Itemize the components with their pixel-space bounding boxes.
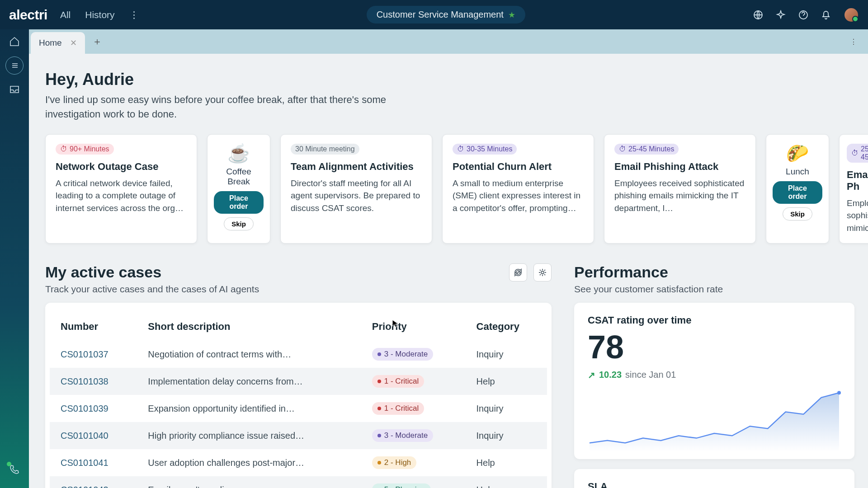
- phone-icon[interactable]: [9, 464, 20, 477]
- settings-button[interactable]: [533, 263, 552, 282]
- star-icon[interactable]: ★: [508, 10, 515, 20]
- csat-value: 78: [588, 331, 841, 363]
- help-icon[interactable]: [798, 10, 808, 20]
- case-link[interactable]: CS0101038: [61, 376, 108, 386]
- case-link[interactable]: CS0101041: [61, 458, 108, 468]
- duration-badge: ⏱25-45 Minutes: [614, 144, 679, 155]
- csat-card-title: CSAT rating over time: [588, 314, 841, 326]
- table-row[interactable]: CS0101041 User adoption challenges post-…: [50, 449, 547, 476]
- task-card[interactable]: ⏱25-45 Minutes Email Phishing Attack Emp…: [604, 134, 756, 244]
- priority-badge: 1 - Critical: [372, 402, 425, 415]
- task-card[interactable]: ⏱30-35 Minutes Potential Churn Alert A s…: [442, 134, 594, 244]
- active-cases-title: My active cases: [45, 263, 259, 281]
- workspace-pill[interactable]: Customer Service Management ★: [367, 6, 525, 23]
- user-avatar[interactable]: [844, 7, 859, 23]
- case-link[interactable]: CS0101039: [61, 404, 108, 413]
- performance-title: Performance: [574, 263, 723, 281]
- col-desc[interactable]: Short description: [137, 314, 361, 341]
- col-priority[interactable]: Priority: [361, 314, 466, 341]
- new-tab-button[interactable]: ＋: [92, 35, 102, 48]
- break-card: ☕ Coffee Break Place order Skip: [207, 134, 270, 244]
- card-desc: Director's staff meeting for all AI agen…: [291, 177, 422, 215]
- card-title: Team Alignment Activities: [291, 161, 422, 173]
- break-label: Coffee Break: [214, 167, 264, 187]
- csat-delta: 10.23: [599, 370, 622, 380]
- brand-logo[interactable]: alectri: [9, 7, 47, 23]
- card-title: Email Ph: [847, 169, 868, 192]
- place-order-button[interactable]: Place order: [214, 191, 264, 214]
- case-category: Help: [466, 368, 547, 395]
- col-number[interactable]: Number: [50, 314, 137, 341]
- tab-label: Home: [39, 38, 62, 48]
- clock-icon: ⏱: [619, 145, 626, 153]
- card-desc: Employees received sophisticated phishin…: [614, 177, 745, 215]
- case-desc: Negotiation of contract terms with…: [137, 341, 361, 368]
- card-title: Network Outage Case: [56, 161, 187, 173]
- refresh-button[interactable]: [509, 263, 527, 282]
- case-desc: Implementation delay concerns from…: [137, 368, 361, 395]
- case-desc: Expansion opportunity identified in…: [137, 395, 361, 422]
- performance-subtitle: See your customer satisfaction rate: [574, 284, 723, 295]
- tab-home[interactable]: Home ✕: [31, 32, 85, 54]
- csat-since: since Jan 01: [625, 370, 676, 380]
- svg-point-2: [541, 271, 544, 274]
- priority-badge: 2 - High: [372, 456, 417, 469]
- active-cases-subtitle: Track your active cases and the cases of…: [45, 284, 259, 295]
- duration-badge: ⏱25-45: [847, 144, 868, 163]
- task-card[interactable]: ⏱90+ Minutes Network Outage Case A criti…: [45, 134, 197, 244]
- table-row[interactable]: CS0101038 Implementation delay concerns …: [50, 368, 547, 395]
- card-desc: A critical network device failed, leadin…: [56, 177, 187, 215]
- task-card[interactable]: 30 Minute meeting Team Alignment Activit…: [280, 134, 432, 244]
- priority-badge: 3 - Moderate: [372, 348, 433, 361]
- nav-history[interactable]: History: [85, 9, 114, 20]
- case-link[interactable]: CS0101037: [61, 349, 108, 359]
- place-order-button[interactable]: Place order: [773, 181, 822, 204]
- sparkle-icon[interactable]: [776, 10, 786, 20]
- case-category: Inquiry: [466, 395, 547, 422]
- table-row[interactable]: CS0101037 Negotiation of contract terms …: [50, 341, 547, 368]
- tab-more-icon[interactable]: ⋮: [850, 38, 857, 46]
- table-row[interactable]: CS0101042 Emails aren't sending 5 - Plan…: [50, 476, 547, 488]
- skip-button[interactable]: Skip: [783, 207, 812, 221]
- priority-badge: 3 - Moderate: [372, 429, 433, 442]
- case-link[interactable]: CS0101042: [61, 485, 108, 488]
- svg-point-3: [837, 391, 841, 395]
- break-emoji: ☕: [227, 143, 250, 164]
- case-category: Help: [466, 449, 547, 476]
- nav-more-icon[interactable]: ⋮: [129, 9, 139, 20]
- break-emoji: 🌮: [786, 143, 809, 164]
- close-icon[interactable]: ✕: [70, 38, 77, 48]
- clock-icon: ⏱: [851, 149, 859, 157]
- task-card[interactable]: ⏱25-45 Email Ph Employee sophistic mimic…: [839, 134, 868, 244]
- home-icon[interactable]: [9, 36, 20, 47]
- case-category: Inquiry: [466, 341, 547, 368]
- card-desc: Employee sophistic mimickin: [847, 197, 868, 235]
- skip-button[interactable]: Skip: [224, 217, 254, 230]
- bell-icon[interactable]: [821, 10, 831, 20]
- card-desc: A small to medium enterprise (SME) clien…: [453, 177, 584, 215]
- greeting-subtitle: I've lined up some easy wins before your…: [45, 93, 439, 122]
- globe-icon[interactable]: [753, 10, 763, 20]
- break-card: 🌮 Lunch Place order Skip: [766, 134, 829, 244]
- break-label: Lunch: [786, 167, 809, 177]
- workspace-label: Customer Service Management: [377, 9, 504, 20]
- table-row[interactable]: CS0101039 Expansion opportunity identifi…: [50, 395, 547, 422]
- trend-up-icon: ↗: [588, 370, 595, 380]
- table-row[interactable]: CS0101040 High priority compliance issue…: [50, 422, 547, 449]
- priority-badge: 1 - Critical: [372, 375, 425, 388]
- nav-all[interactable]: All: [60, 9, 71, 20]
- duration-badge: ⏱30-35 Minutes: [453, 144, 517, 155]
- duration-badge: 30 Minute meeting: [291, 144, 359, 155]
- col-category[interactable]: Category: [466, 314, 547, 341]
- greeting-title: Hey, Audrie: [45, 70, 850, 89]
- inbox-icon[interactable]: [9, 84, 20, 95]
- case-category: Help: [466, 476, 547, 488]
- duration-badge: ⏱90+ Minutes: [56, 144, 114, 155]
- csat-chart: [588, 389, 841, 452]
- case-category: Inquiry: [466, 422, 547, 449]
- case-desc: User adoption challenges post-major…: [137, 449, 361, 476]
- list-icon[interactable]: [5, 56, 24, 75]
- case-link[interactable]: CS0101040: [61, 431, 108, 441]
- card-title: Potential Churn Alert: [453, 161, 584, 173]
- clock-icon: ⏱: [457, 145, 464, 153]
